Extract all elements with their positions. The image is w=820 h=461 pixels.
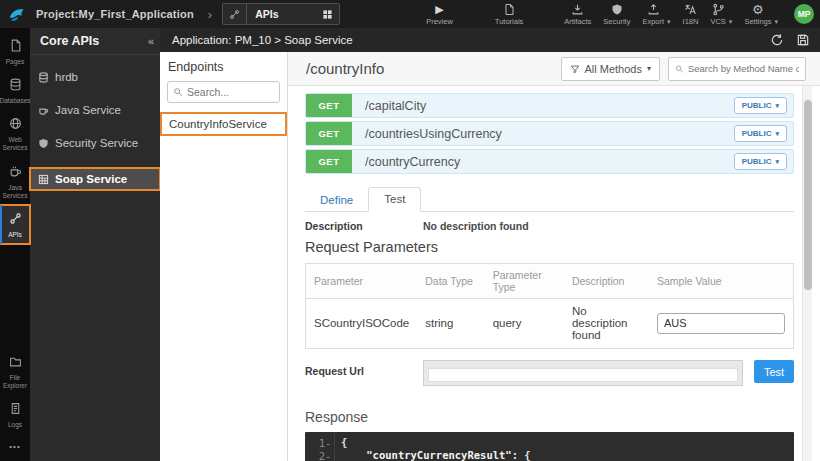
tutorials-icon bbox=[503, 3, 515, 16]
sidebar-item-databases[interactable]: Databases bbox=[0, 71, 30, 110]
api-nodes-icon bbox=[223, 4, 247, 24]
sidebar-item-file-explorer[interactable]: File Explorer bbox=[0, 348, 30, 395]
tab-test[interactable]: Test bbox=[368, 187, 421, 212]
folder-icon bbox=[9, 354, 22, 372]
core-apis-title: Core APIs bbox=[40, 34, 148, 48]
studio-app: Project:My_First_Application › APIs ▶ Pr… bbox=[0, 0, 820, 461]
caret-down-icon: ▾ bbox=[775, 130, 779, 138]
rail-spacer bbox=[0, 244, 30, 348]
methods-filter-dropdown[interactable]: All Methods ▾ bbox=[561, 57, 661, 81]
user-avatar[interactable]: MP bbox=[794, 4, 814, 24]
sample-value-input[interactable] bbox=[657, 313, 785, 334]
scrollbar-thumb[interactable] bbox=[804, 100, 812, 290]
col-data-type: Data Type bbox=[417, 264, 484, 299]
request-url-label: Request Url bbox=[305, 360, 423, 377]
i18n-button[interactable]: I18N bbox=[683, 3, 699, 26]
endpoints-panel: Endpoints CountryInfoService bbox=[160, 52, 288, 461]
endpoints-search-input[interactable] bbox=[187, 86, 274, 98]
pages-icon bbox=[9, 38, 22, 56]
parameter-row: SCountryISOCode string query No descript… bbox=[306, 299, 794, 349]
more-options-icon[interactable]: ••• bbox=[0, 434, 30, 461]
workspace: Pages Databases Web Services Java Servic… bbox=[0, 28, 820, 461]
visibility-dropdown[interactable]: PUBLIC▾ bbox=[734, 97, 787, 114]
soap-service-icon bbox=[38, 174, 49, 185]
core-api-item-hrdb[interactable]: hrdb bbox=[30, 66, 160, 88]
tab-label: APIs bbox=[247, 8, 315, 20]
method-search-input[interactable] bbox=[688, 63, 799, 74]
request-url-input[interactable] bbox=[428, 368, 738, 382]
gear-icon: ⚙ bbox=[752, 3, 764, 16]
request-url-box bbox=[423, 360, 743, 386]
visibility-dropdown[interactable]: PUBLIC▾ bbox=[734, 153, 787, 170]
caret-down-icon: ▾ bbox=[774, 18, 778, 26]
top-bar: Project:My_First_Application › APIs ▶ Pr… bbox=[0, 0, 820, 28]
visibility-dropdown[interactable]: PUBLIC▾ bbox=[734, 125, 787, 142]
test-button[interactable]: Test bbox=[754, 360, 794, 383]
sidebar-item-logs[interactable]: Logs bbox=[0, 395, 30, 434]
editor-gutter: 1- 2- 3 4 5 6 bbox=[305, 432, 335, 461]
core-api-item-soap-service[interactable]: Soap Service bbox=[30, 168, 160, 190]
endpoint-row[interactable]: GET /countriesUsingCurrency PUBLIC▾ bbox=[305, 121, 794, 146]
application-bar: Application: PM_10 > Soap Service bbox=[160, 28, 820, 52]
vcs-button[interactable]: VCS ▾ bbox=[710, 3, 732, 26]
tab-define[interactable]: Define bbox=[305, 189, 368, 212]
fold-icon[interactable]: - bbox=[325, 437, 331, 449]
description-label: Description bbox=[305, 220, 423, 232]
grid-menu-icon[interactable] bbox=[315, 9, 339, 20]
wavemaker-logo-icon bbox=[6, 4, 26, 24]
log-file-icon bbox=[9, 401, 22, 419]
core-apis-header: Core APIs « bbox=[30, 28, 160, 55]
chevron-right-icon: › bbox=[208, 7, 212, 22]
description-value: No description found bbox=[423, 220, 529, 232]
shield-icon bbox=[611, 3, 623, 16]
search-icon bbox=[675, 64, 684, 74]
col-parameter: Parameter bbox=[306, 264, 418, 299]
refresh-icon[interactable] bbox=[770, 33, 784, 47]
settings-button[interactable]: ⚙ Settings ▾ bbox=[744, 3, 778, 26]
service-path-title: /countryInfo bbox=[306, 60, 561, 77]
core-api-item-java-service[interactable]: Java Service bbox=[30, 99, 160, 121]
sidebar-item-java-services[interactable]: Java Services bbox=[0, 158, 30, 205]
endpoint-row[interactable]: GET /capitalCity PUBLIC▾ bbox=[305, 93, 794, 118]
detail-tabs: Define Test bbox=[305, 187, 794, 212]
caret-down-icon: ▾ bbox=[667, 18, 671, 26]
http-method-badge: GET bbox=[306, 122, 352, 145]
tutorials-button[interactable]: Tutorials bbox=[495, 3, 523, 26]
method-search[interactable] bbox=[668, 57, 806, 81]
caret-down-icon: ▾ bbox=[647, 64, 651, 73]
search-icon bbox=[173, 87, 183, 97]
endpoints-search[interactable] bbox=[167, 81, 280, 103]
endpoint-item-countryinfoservice[interactable]: CountryInfoService bbox=[161, 113, 286, 135]
tab-apis[interactable]: APIs bbox=[222, 3, 340, 25]
artifacts-button[interactable]: Artifacts bbox=[564, 3, 591, 26]
security-button[interactable]: Security bbox=[603, 3, 630, 26]
collapse-panel-icon[interactable]: « bbox=[148, 35, 154, 47]
http-method-badge: GET bbox=[306, 94, 352, 117]
endpoint-row[interactable]: GET /countryCurrency PUBLIC▾ bbox=[305, 149, 794, 174]
coffee-icon bbox=[9, 164, 22, 182]
sidebar-item-pages[interactable]: Pages bbox=[0, 32, 30, 71]
service-header: /countryInfo All Methods ▾ bbox=[288, 52, 820, 86]
project-name: Project:My_First_Application bbox=[36, 8, 194, 20]
core-api-item-security-service[interactable]: Security Service bbox=[30, 132, 160, 154]
caret-down-icon: ▾ bbox=[729, 18, 733, 26]
export-button[interactable]: Export ▾ bbox=[642, 3, 670, 26]
sidebar-item-apis[interactable]: APIs bbox=[0, 205, 30, 244]
response-code-editor[interactable]: 1- 2- 3 4 5 6 { "countryCurrencyResult":… bbox=[305, 432, 794, 461]
vertical-scrollbar[interactable]: ▴ bbox=[802, 86, 812, 461]
api-detail-pane: /countryInfo All Methods ▾ bbox=[288, 52, 820, 461]
code-line: "countryCurrencyResult": { bbox=[341, 449, 794, 461]
request-parameters-title: Request Parameters bbox=[305, 239, 794, 255]
sidebar-item-web-services[interactable]: Web Services bbox=[0, 110, 30, 157]
preview-button[interactable]: ▶ Preview bbox=[426, 3, 453, 26]
api-nodes-icon bbox=[9, 211, 22, 229]
fold-icon[interactable]: - bbox=[325, 450, 331, 461]
response-title: Response bbox=[305, 409, 794, 425]
database-icon bbox=[9, 77, 22, 95]
endpoints-title: Endpoints bbox=[160, 58, 287, 81]
save-icon[interactable] bbox=[796, 33, 810, 47]
caret-down-icon: ▾ bbox=[775, 102, 779, 110]
filter-icon bbox=[570, 64, 580, 74]
param-data-type: string bbox=[417, 299, 484, 349]
export-upload-icon bbox=[647, 3, 660, 16]
